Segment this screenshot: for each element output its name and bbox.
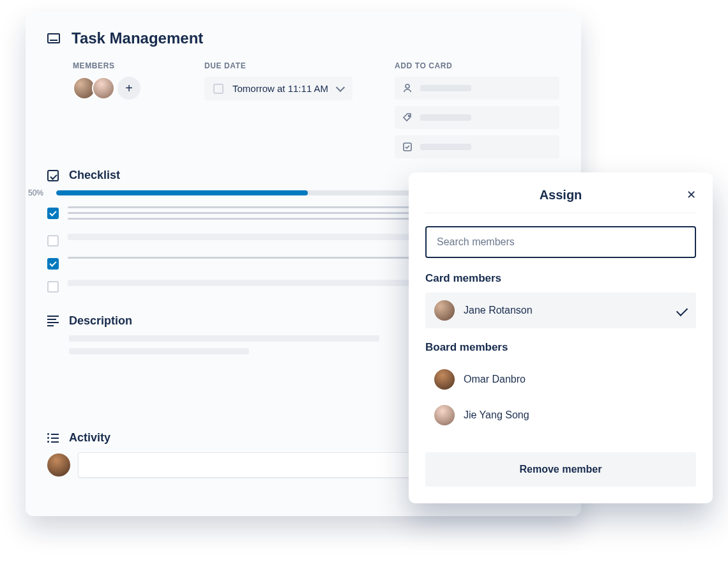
members-block: MEMBERS + — [73, 61, 140, 165]
progress-fill — [56, 190, 308, 195]
search-members-input[interactable] — [425, 226, 696, 258]
member-avatar — [434, 369, 455, 390]
sidebar-labels-button[interactable] — [395, 106, 559, 129]
members-avatars: + — [73, 77, 140, 100]
close-icon[interactable]: ✕ — [686, 189, 696, 201]
tag-icon — [402, 112, 413, 123]
skeleton-text — [420, 85, 471, 91]
board-members-label: Board members — [425, 341, 696, 354]
due-date-chip[interactable]: Tomorrow at 11:11 AM — [204, 77, 353, 100]
due-date-label: DUE DATE — [204, 61, 369, 70]
add-member-button[interactable]: + — [118, 77, 140, 100]
svg-point-1 — [409, 116, 410, 117]
checklist-checkbox[interactable] — [47, 235, 59, 247]
card-header: Task Management — [47, 29, 559, 47]
description-icon — [47, 316, 59, 326]
check-icon — [676, 305, 688, 316]
current-user-avatar[interactable] — [47, 453, 70, 476]
assign-title: Assign — [425, 188, 696, 202]
chevron-down-icon — [336, 82, 345, 91]
svg-point-0 — [406, 84, 409, 88]
member-avatar — [434, 405, 455, 425]
description-body[interactable] — [47, 335, 379, 354]
activity-title: Activity — [69, 431, 110, 445]
assign-popover: Assign ✕ Card members Jane Rotanson Boar… — [409, 172, 713, 503]
card-title: Task Management — [72, 29, 203, 47]
checklist-icon — [47, 170, 59, 181]
checklist-title: Checklist — [69, 169, 120, 182]
progress-percent-label: 50% — [28, 188, 50, 197]
member-row[interactable]: Jane Rotanson — [425, 293, 696, 328]
due-date-block: DUE DATE Tomorrow at 11:11 AM — [204, 61, 369, 165]
sidebar-checklist-button[interactable] — [395, 135, 559, 158]
board-members-group: Board members Omar Danbro Jie Yang Song — [425, 341, 696, 433]
skeleton-text — [420, 114, 471, 121]
card-members-label: Card members — [425, 272, 696, 285]
checklist-checkbox[interactable] — [47, 281, 59, 293]
sidebar-members-button[interactable] — [395, 77, 559, 100]
checklist-icon — [402, 142, 413, 152]
description-title: Description — [69, 314, 132, 328]
remove-member-button[interactable]: Remove member — [425, 452, 696, 487]
card-members-group: Card members Jane Rotanson — [425, 272, 696, 328]
assign-header: Assign ✕ — [425, 188, 696, 213]
member-row[interactable]: Omar Danbro — [425, 362, 696, 397]
card-icon — [47, 33, 60, 43]
member-avatar[interactable] — [92, 77, 115, 100]
due-date-checkbox[interactable] — [213, 84, 224, 94]
person-icon — [402, 83, 413, 93]
member-name: Omar Danbro — [464, 374, 687, 385]
member-row[interactable]: Jie Yang Song — [425, 397, 696, 433]
activity-icon — [47, 433, 59, 443]
add-to-card-label: ADD TO CARD — [395, 61, 559, 70]
due-date-value: Tomorrow at 11:11 AM — [232, 83, 328, 94]
checklist-checkbox-checked[interactable] — [47, 208, 59, 219]
member-avatar — [434, 300, 455, 321]
add-to-card-block: ADD TO CARD — [395, 61, 559, 165]
checklist-checkbox-checked[interactable] — [47, 258, 59, 270]
card-meta-row: MEMBERS + DUE DATE Tomorrow at 11:11 AM … — [47, 61, 559, 165]
member-name: Jie Yang Song — [464, 409, 687, 421]
member-name: Jane Rotanson — [464, 305, 668, 316]
members-label: MEMBERS — [73, 61, 140, 70]
skeleton-text — [420, 144, 471, 150]
